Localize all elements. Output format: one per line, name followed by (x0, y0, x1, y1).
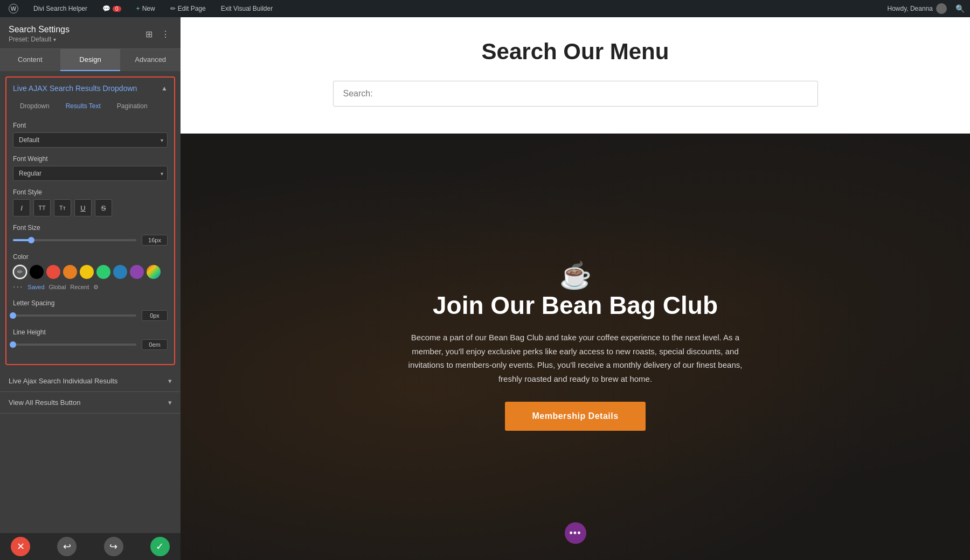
font-style-group: Font Style I TT Tт U S (13, 188, 168, 216)
view-all-results-title[interactable]: View All Results Button ▾ (9, 398, 172, 407)
color-yellow[interactable] (80, 265, 94, 279)
more-options-icon[interactable]: ⋮ (159, 28, 172, 40)
floating-dots-button[interactable]: ••• (565, 522, 586, 544)
bottom-toolbar: ✕ ↩ ↪ ✓ (0, 533, 181, 560)
line-height-value[interactable]: 0em (142, 339, 168, 350)
hero-description: Become a part of our Bean Bag Club and t… (398, 331, 753, 386)
main-layout: Search Settings Preset: Default ▾ ⊞ ⋮ Co… (0, 17, 970, 560)
letter-spacing-label: Letter Spacing (13, 299, 168, 307)
color-tab-saved[interactable]: Saved (27, 283, 44, 291)
divi-search-item[interactable]: Divi Search Helper (30, 0, 91, 17)
tab-advanced[interactable]: Advanced (120, 49, 181, 71)
line-height-slider-row: 0em (13, 339, 168, 350)
new-item[interactable]: + New (133, 0, 158, 17)
color-picker-button[interactable]: ✏ (13, 265, 27, 279)
edit-page-item[interactable]: ✏ Edit Page (167, 0, 209, 17)
admin-bar: W Divi Search Helper 💬 0 + New ✏ Edit Pa… (0, 0, 970, 17)
save-button[interactable]: ✓ (150, 537, 170, 556)
section-chevron-icon[interactable]: ▲ (161, 85, 168, 92)
left-panel: Search Settings Preset: Default ▾ ⊞ ⋮ Co… (0, 17, 181, 560)
strikethrough-button[interactable]: S (95, 199, 112, 216)
panel-header-icons: ⊞ ⋮ (143, 28, 172, 40)
color-green[interactable] (96, 265, 110, 279)
individual-results-chevron-icon: ▾ (168, 377, 172, 385)
letter-spacing-thumb[interactable] (10, 312, 16, 319)
line-height-thumb[interactable] (10, 341, 16, 348)
line-height-track[interactable] (13, 344, 136, 346)
howdy-area: Howdy, Deanna (888, 3, 947, 14)
letter-spacing-group: Letter Spacing 0px (13, 299, 168, 321)
page-heading: Search Our Menu (181, 39, 970, 65)
letter-spacing-value[interactable]: 0px (142, 310, 168, 321)
font-size-track[interactable] (13, 239, 136, 241)
color-tab-recent[interactable]: Recent (70, 283, 89, 291)
pencil-icon: ✏ (170, 5, 176, 12)
color-tabs: ··· Saved Global Recent ⚙ (13, 282, 168, 292)
font-label: Font (13, 122, 168, 129)
font-size-thumb[interactable] (28, 237, 34, 243)
view-all-results-chevron-icon: ▾ (168, 398, 172, 407)
color-red[interactable] (46, 265, 60, 279)
letter-spacing-slider-row: 0px (13, 310, 168, 321)
color-label: Color (13, 253, 168, 261)
sub-tabs: Dropdown Results Text Pagination (13, 99, 168, 113)
steam-icon: ☕ (398, 263, 753, 289)
sub-tab-dropdown[interactable]: Dropdown (13, 99, 57, 113)
panel-content: Live AJAX Search Results Dropdown ▲ Drop… (0, 71, 181, 533)
cancel-button[interactable]: ✕ (11, 537, 30, 556)
line-height-group: Line Height 0em (13, 328, 168, 350)
search-input-wrap (333, 81, 818, 107)
exit-builder-label: Exit Visual Builder (221, 5, 273, 12)
admin-search-icon[interactable]: 🔍 (955, 4, 965, 13)
sub-tab-results-text[interactable]: Results Text (59, 99, 108, 113)
plus-icon: + (136, 5, 140, 12)
save-icon: ✓ (156, 541, 164, 552)
color-purple[interactable] (130, 265, 144, 279)
font-group: Font Default (13, 122, 168, 148)
comments-item[interactable]: 💬 0 (99, 0, 124, 17)
view-all-results-section: View All Results Button ▾ (0, 392, 181, 414)
font-style-buttons: I TT Tт U S (13, 199, 168, 216)
color-swatches: ✏ (13, 265, 168, 279)
dots-icon: ••• (570, 528, 581, 539)
comment-icon: 💬 (102, 5, 110, 12)
new-label: New (142, 5, 155, 12)
membership-details-button[interactable]: Membership Details (505, 402, 645, 431)
undo-button[interactable]: ↩ (57, 537, 77, 556)
tab-content[interactable]: Content (0, 49, 60, 71)
wp-logo-item[interactable]: W (5, 0, 22, 17)
color-blue[interactable] (113, 265, 127, 279)
font-style-label: Font Style (13, 188, 168, 196)
sub-tab-pagination[interactable]: Pagination (110, 99, 155, 113)
preset-selector[interactable]: Preset: Default ▾ (9, 36, 70, 43)
color-orange[interactable] (63, 265, 77, 279)
font-select[interactable]: Default (13, 132, 168, 148)
hero-section: ☕ Join Our Bean Bag Club Become a part o… (181, 134, 970, 560)
color-settings-icon[interactable]: ⚙ (93, 284, 99, 291)
color-tab-global[interactable]: Global (49, 283, 66, 291)
uppercase-button[interactable]: TT (33, 199, 51, 216)
font-size-group: Font Size 16px (13, 224, 168, 246)
cancel-icon: ✕ (17, 541, 25, 552)
font-size-value[interactable]: 16px (142, 235, 168, 246)
search-input[interactable] (343, 89, 808, 99)
capitalize-button[interactable]: Tт (54, 199, 71, 216)
font-size-slider-row: 16px (13, 235, 168, 246)
exit-builder-item[interactable]: Exit Visual Builder (218, 0, 276, 17)
layout-icon[interactable]: ⊞ (143, 28, 155, 40)
divi-search-label: Divi Search Helper (33, 5, 87, 12)
howdy-label: Howdy, Deanna (888, 5, 933, 12)
individual-results-title[interactable]: Live Ajax Search Individual Results ▾ (9, 377, 172, 385)
color-gradient[interactable] (147, 265, 161, 279)
tab-design[interactable]: Design (60, 49, 121, 71)
italic-button[interactable]: I (13, 199, 30, 216)
comment-count: 0 (113, 6, 121, 12)
font-weight-select[interactable]: Regular (13, 166, 168, 181)
underline-button[interactable]: U (74, 199, 92, 216)
user-avatar (936, 3, 947, 14)
color-black[interactable] (30, 265, 44, 279)
individual-results-section: Live Ajax Search Individual Results ▾ (0, 370, 181, 392)
wp-logo-icon: W (9, 4, 18, 13)
redo-button[interactable]: ↪ (104, 537, 123, 556)
letter-spacing-track[interactable] (13, 314, 136, 317)
